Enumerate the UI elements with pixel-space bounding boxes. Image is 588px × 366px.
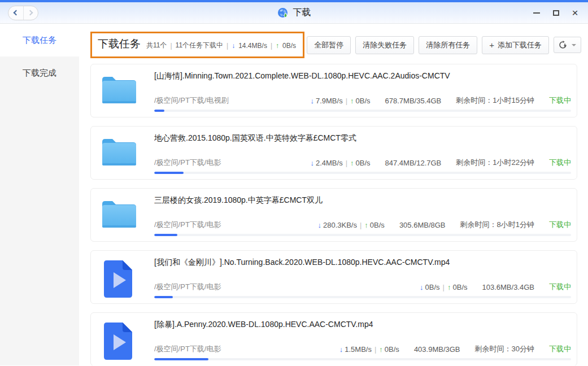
download-arrow-icon: ↓: [232, 42, 235, 50]
folder-glyph: [101, 73, 137, 106]
up-speed-value: 0B/s: [370, 221, 385, 229]
header-highlight-annotation: 下载任务 共11个 | 11个任务下载中 | ↓14.4MB/s | ↑0B/s: [90, 32, 304, 58]
task-size: 678.7MB/35.4GB: [385, 97, 442, 105]
sidebar-item-download-complete[interactable]: 下载完成: [0, 56, 79, 89]
task-path: /极空间/PT下载/电影: [154, 158, 295, 168]
page-title: 下载任务: [98, 37, 141, 51]
close-button[interactable]: ×: [571, 9, 579, 17]
folder-glyph: [101, 135, 137, 168]
task-path: /极空间/PT下载/电影: [154, 282, 405, 292]
task-status: 下载中: [549, 95, 571, 106]
titlebar: 下载 ×: [0, 2, 588, 24]
content-area: 下载任务 共11个 | 11个任务下载中 | ↓14.4MB/s | ↑0B/s…: [79, 24, 588, 365]
nav-button-group: [8, 6, 38, 20]
chevron-left-icon: [14, 10, 19, 16]
progress-fill: [154, 358, 208, 360]
header-summary: 共11个 | 11个任务下载中 | ↓14.4MB/s | ↑0B/s: [146, 41, 296, 50]
down-speed-value: 7.9MB/s: [316, 97, 343, 105]
task-path: /极空间/PT下载/电视剧: [154, 95, 295, 106]
task-row[interactable]: 地心营救.2015.1080p.国英双语.中英特效字幕£CMCT零式 /极空间/…: [90, 126, 577, 180]
progress-fill: [154, 172, 184, 174]
task-title: [山海情].Minning.Town.2021.Complete.WEB-DL.…: [154, 71, 571, 81]
download-arrow-icon: ↓: [420, 283, 424, 291]
folder-glyph: [101, 197, 137, 230]
task-speed: ↓2.4MB/s | ↑0B/s: [310, 159, 370, 167]
total-down-speed: 14.4MB/s: [238, 42, 267, 50]
download-arrow-icon: ↓: [339, 345, 343, 354]
close-icon: ×: [572, 9, 578, 17]
active-count: 11个任务下载中: [176, 41, 223, 50]
upload-arrow-icon: ↑: [276, 42, 279, 50]
video-file-icon: [101, 320, 138, 365]
task-speed: ↓280.3KB/s | ↑0B/s: [317, 221, 384, 229]
task-row[interactable]: 三层楼的女孩.2019.1080p.中英字幕£CMCT双儿 /极空间/PT下载/…: [90, 188, 577, 242]
up-speed-value: 0B/s: [356, 97, 371, 105]
chevron-down-icon: [572, 44, 576, 46]
plus-icon: +: [489, 41, 494, 49]
pause-all-button[interactable]: 全部暂停: [307, 36, 351, 54]
task-size: 103.6MB/3.4GB: [482, 283, 535, 291]
app-title-text: 下载: [293, 7, 311, 19]
clear-all-button[interactable]: 清除所有任务: [419, 36, 477, 54]
download-arrow-icon: ↓: [317, 221, 321, 229]
task-speed: ↓1.5MB/s | ↑0B/s: [339, 345, 399, 354]
speed-separator: |: [443, 283, 445, 291]
upload-arrow-icon: ↑: [447, 283, 451, 291]
task-row[interactable]: [山海情].Minning.Town.2021.Complete.WEB-DL.…: [90, 64, 577, 117]
speed-separator: |: [346, 159, 347, 167]
minimize-button[interactable]: [533, 9, 541, 17]
sidebar: 下载任务 下载完成: [0, 24, 79, 365]
download-globe-icon: [277, 7, 289, 19]
download-arrow-icon: ↓: [310, 159, 314, 167]
chevron-right-icon: [27, 10, 33, 16]
sort-order-button[interactable]: [554, 37, 581, 53]
task-title: [我们和《金刚川》].No.Turning.Back.2020.WEB-DL.1…: [154, 258, 571, 268]
task-title: 三层楼的女孩.2019.1080p.中英字幕£CMCT双儿: [154, 195, 571, 206]
task-remaining-time: 剩余时间：1小时22分钟: [456, 158, 534, 168]
task-title: [除暴].A.Penny.2020.WEB-DL.1080p.HEVC.AAC-…: [154, 320, 571, 330]
content-header: 下载任务 共11个 | 11个任务下载中 | ↓14.4MB/s | ↑0B/s…: [79, 24, 588, 63]
progress-fill: [154, 234, 177, 236]
task-remaining-time: 剩余时间：30分钟: [475, 344, 534, 354]
progress-bar: [154, 296, 571, 298]
back-button[interactable]: [8, 6, 23, 20]
task-row[interactable]: [我们和《金刚川》].No.Turning.Back.2020.WEB-DL.1…: [90, 250, 577, 304]
progress-bar: [154, 172, 571, 174]
forward-button[interactable]: [23, 6, 38, 20]
up-speed-value: 0B/s: [452, 283, 467, 291]
sidebar-item-download-tasks[interactable]: 下载任务: [0, 24, 79, 56]
task-path: /极空间/PT下载/电影: [154, 344, 325, 354]
progress-fill: [154, 296, 173, 298]
video-file-glyph: [101, 259, 135, 300]
speed-separator: |: [374, 345, 376, 354]
task-status: 下载中: [549, 220, 571, 230]
maximize-button[interactable]: [552, 9, 560, 17]
sidebar-item-label: 下载任务: [23, 35, 56, 46]
add-download-button[interactable]: + 添加下载任务: [482, 36, 549, 54]
download-arrow-icon: ↓: [310, 97, 314, 105]
clear-failed-button[interactable]: 清除失败任务: [355, 36, 414, 54]
main-layout: 下载任务 下载完成 下载任务 共11个 | 11个任务下载中 | ↓14.4MB…: [0, 24, 588, 365]
task-speed: ↓7.9MB/s | ↑0B/s: [310, 97, 370, 105]
speed-separator: |: [360, 221, 361, 229]
task-row[interactable]: [除暴].A.Penny.2020.WEB-DL.1080p.HEVC.AAC-…: [90, 312, 577, 365]
speed-separator: |: [346, 97, 347, 105]
task-title: 地心营救.2015.1080p.国英双语.中英特效字幕£CMCT零式: [154, 133, 571, 143]
task-size: 305.6MB/8GB: [399, 221, 446, 229]
video-file-icon: [101, 258, 138, 303]
task-remaining-time: 剩余时间：8小时1分钟: [460, 220, 534, 230]
down-speed-value: 0B/s: [425, 283, 440, 291]
video-file-glyph: [101, 321, 135, 362]
task-list: [山海情].Minning.Town.2021.Complete.WEB-DL.…: [79, 63, 588, 365]
upload-arrow-icon: ↑: [364, 221, 368, 229]
up-speed-value: 0B/s: [385, 345, 399, 354]
upload-arrow-icon: ↑: [350, 159, 354, 167]
task-size: 403.9MB/3GB: [414, 345, 460, 354]
task-remaining-time: 剩余时间：1小时15分钟: [456, 95, 534, 106]
minimize-icon: [533, 12, 540, 14]
up-speed-value: 0B/s: [356, 159, 371, 167]
window-controls: ×: [533, 9, 579, 17]
task-path: /极空间/PT下载/电影: [154, 220, 303, 230]
folder-icon: [101, 195, 138, 241]
task-size: 847.4MB/12.7GB: [385, 159, 442, 167]
